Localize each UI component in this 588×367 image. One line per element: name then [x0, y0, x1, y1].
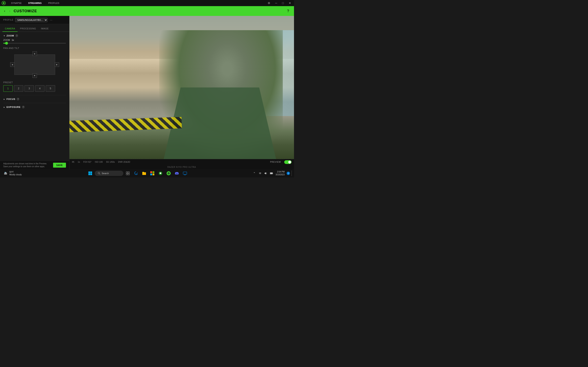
zoom-value: 1x — [12, 39, 14, 41]
discord-icon — [174, 171, 179, 175]
zoom-slider-thumb[interactable] — [5, 42, 8, 45]
taskbar-right: ⌃ 2:54 PM 3/10/2023 4 — [252, 170, 293, 176]
zoom-section: ▼ ZOOM ? ZOOM 1x — [3, 34, 66, 44]
zoom-section-title: ZOOM — [7, 34, 14, 37]
preset-label: PRESET — [3, 81, 66, 83]
pan-right-button[interactable]: ► — [55, 62, 59, 67]
pan-up-button[interactable]: ▲ — [33, 51, 37, 56]
notification-badge[interactable]: 4 — [287, 172, 290, 175]
divider-2 — [3, 103, 66, 103]
weather-text: 50°F Mostly cloudy — [9, 171, 22, 176]
zoom-slider[interactable] — [3, 43, 66, 44]
weather-widget[interactable]: 50°F Mostly cloudy — [2, 170, 24, 177]
nav-streaming[interactable]: STREAMING — [27, 1, 43, 5]
notification-line1: Adjustments are shown real-time in the P… — [3, 162, 47, 165]
pan-left-button[interactable]: ◄ — [10, 62, 15, 67]
svg-rect-21 — [153, 174, 154, 175]
camera-preview — [69, 16, 294, 159]
zoom-slider-track — [3, 43, 66, 44]
svg-point-1 — [3, 2, 4, 4]
pan-down-button[interactable]: ▼ — [33, 73, 37, 78]
windows-logo-icon — [88, 171, 92, 175]
file-explorer-button[interactable] — [140, 170, 148, 177]
start-button[interactable] — [86, 170, 94, 177]
svg-rect-14 — [128, 172, 130, 173]
svg-rect-10 — [90, 174, 92, 175]
preset-button-1[interactable]: 1 — [3, 85, 13, 92]
focus-help-icon[interactable]: ? — [17, 98, 19, 100]
preview-toggle[interactable] — [284, 160, 292, 164]
tab-image[interactable]: IMAGE — [38, 26, 51, 32]
svg-rect-9 — [88, 174, 90, 175]
preset-button-3[interactable]: 3 — [25, 85, 34, 92]
store-button[interactable] — [149, 170, 156, 177]
edge-icon — [134, 171, 138, 175]
weather-icon — [3, 171, 8, 176]
back-button[interactable]: ‹ — [3, 9, 6, 13]
preset-button-5[interactable]: 5 — [46, 85, 55, 92]
tab-processing[interactable]: PROCESSING — [17, 26, 38, 32]
panel-content: ▼ ZOOM ? ZOOM 1x PAN AND TILT — [0, 32, 69, 161]
chevron-up-icon[interactable]: ⌃ — [252, 170, 257, 176]
preset-button-2[interactable]: 2 — [14, 85, 23, 92]
search-bar[interactable]: Search — [95, 171, 123, 176]
preset-button-4[interactable]: 4 — [35, 85, 44, 92]
help-button[interactable]: ? — [287, 9, 289, 13]
network-icon[interactable] — [258, 170, 263, 176]
svg-rect-16 — [128, 174, 130, 175]
settings-button[interactable]: ⚙ — [267, 1, 272, 5]
weather-temp: 50°F — [9, 171, 22, 173]
exposure-collapse-arrow: ► — [3, 106, 5, 108]
preview-toggle-thumb — [288, 161, 291, 164]
profile-row: PROFILE SAMSUNGGALAXYBО... ··· — [0, 16, 69, 24]
status-iso: ISO 100 — [95, 161, 103, 163]
focus-section-title: FOCUS — [7, 98, 16, 100]
forward-button[interactable]: › — [8, 9, 11, 13]
nav-profiles[interactable]: PROFILES — [47, 1, 61, 5]
status-bar: 4K 1x FOV 82° ISO 100 SS 1/60s DNR 2D&3D… — [69, 159, 294, 165]
razer-taskbar-button[interactable] — [165, 170, 172, 177]
remote-desktop-button[interactable] — [181, 170, 189, 177]
pan-tilt-box[interactable] — [14, 54, 55, 75]
discord-button[interactable] — [173, 170, 181, 177]
exposure-section: ► EXPOSURE ? — [3, 106, 66, 108]
save-button[interactable]: SAVE — [53, 163, 66, 167]
profile-select[interactable]: SAMSUNGGALAXYBО... — [15, 18, 48, 22]
preview-label: PREVIEW — [270, 161, 281, 163]
focus-section: ► FOCUS ? — [3, 98, 66, 100]
nav-synapse[interactable]: SYNAPSE — [10, 1, 23, 5]
svg-rect-20 — [150, 174, 152, 175]
close-button[interactable]: ✕ — [287, 1, 292, 5]
preset-buttons: 1 2 3 4 5 — [3, 85, 66, 92]
exposure-help-icon[interactable]: ? — [22, 106, 25, 108]
tab-camera[interactable]: CAMERA — [2, 26, 17, 32]
exposure-section-header[interactable]: ► EXPOSURE ? — [3, 106, 66, 108]
svg-rect-5 — [4, 174, 7, 175]
show-desktop-button[interactable] — [292, 170, 292, 176]
zoom-collapse-arrow: ▼ — [3, 35, 5, 37]
battery-icon[interactable] — [269, 170, 274, 176]
maximize-button[interactable]: □ — [281, 1, 285, 5]
profile-more-button[interactable]: ··· — [50, 18, 52, 22]
divider-1 — [3, 95, 66, 95]
weather-condition: Mostly cloudy — [9, 173, 22, 176]
search-placeholder: Search — [102, 172, 109, 175]
zoom-section-header[interactable]: ▼ ZOOM ? — [3, 34, 66, 37]
status-fov: FOV 82° — [83, 161, 92, 163]
task-view-button[interactable] — [124, 170, 131, 177]
status-resolution: 4K — [72, 161, 75, 163]
xbox-button[interactable] — [157, 170, 164, 177]
minimize-button[interactable]: ─ — [274, 1, 278, 5]
edge-button[interactable] — [132, 170, 140, 177]
page-title: CUSTOMIZE — [14, 9, 285, 13]
pan-tilt-section: PAN AND TILT ▲ ▼ ◄ ► — [3, 47, 66, 78]
svg-rect-18 — [150, 171, 152, 173]
focus-section-header[interactable]: ► FOCUS ? — [3, 98, 66, 100]
svg-rect-28 — [273, 173, 273, 174]
camera-area: 4K 1x FOV 82° ISO 100 SS 1/60s DNR 2D&3D… — [69, 16, 294, 169]
taskbar-clock[interactable]: 2:54 PM 3/10/2023 — [275, 170, 286, 176]
zoom-help-icon[interactable]: ? — [15, 34, 18, 37]
svg-rect-19 — [153, 171, 154, 173]
svg-point-11 — [98, 172, 100, 174]
volume-icon[interactable] — [263, 170, 268, 176]
